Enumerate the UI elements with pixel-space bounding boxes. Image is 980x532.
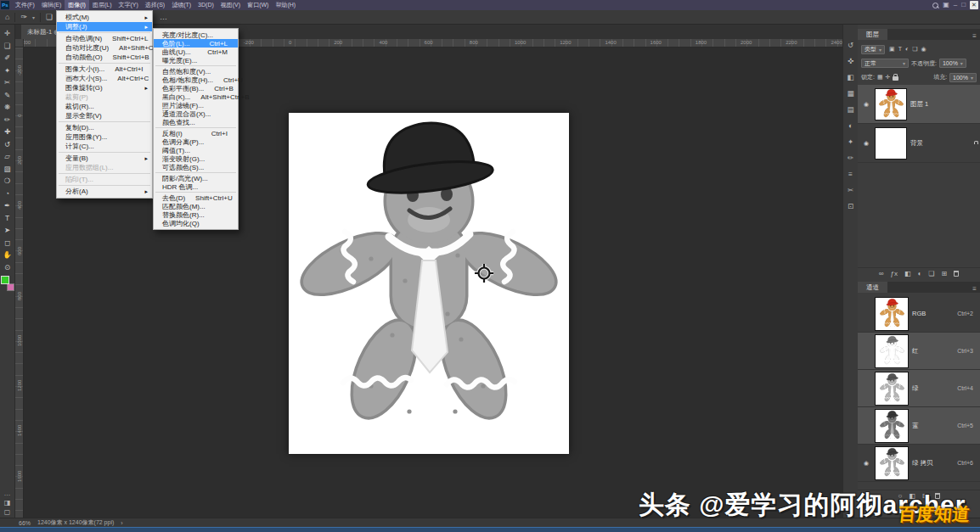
tool-button[interactable]: ✒ xyxy=(0,199,15,212)
panel-menu-icon[interactable]: ≡ xyxy=(972,32,980,40)
menu-item[interactable]: 模式(M) ▸ xyxy=(57,13,152,22)
submenu-item[interactable]: 色调均化(Q) xyxy=(154,219,238,227)
menu-bar-item[interactable]: 文字(Y) xyxy=(115,0,141,10)
layer-row[interactable]: ◉ 背景 xyxy=(858,124,980,163)
menu-bar-item[interactable]: 滤镜(T) xyxy=(168,0,194,10)
menu-item[interactable]: 图像旋转(G) ▸ xyxy=(57,83,152,92)
channel-name[interactable]: 绿 拷贝 xyxy=(912,459,933,468)
menu-item[interactable]: 图像大小(I)... Alt+Ctrl+I xyxy=(57,64,152,74)
menu-bar-item[interactable]: 选择(S) xyxy=(142,0,168,10)
collapsed-panel-icon[interactable]: ✜ xyxy=(843,53,859,69)
channel-name[interactable]: 蓝 xyxy=(912,422,919,430)
tool-button[interactable]: ✂ xyxy=(0,76,15,89)
fill-field[interactable]: 100%▾ xyxy=(949,73,977,82)
channel-eye-icon[interactable]: ◉ xyxy=(861,460,871,467)
opacity-field[interactable]: 100%▾ xyxy=(939,59,966,68)
search-icon[interactable] xyxy=(932,3,938,8)
menu-bar-item[interactable]: 编辑(E) xyxy=(38,0,65,10)
layers-bottom-icon[interactable]: ∞ xyxy=(879,270,884,277)
tool-button[interactable]: ➤ xyxy=(0,224,15,237)
eye-icon[interactable]: ◉ xyxy=(861,101,871,108)
blend-mode-dropdown[interactable]: 正常▾ xyxy=(861,59,909,68)
lock-all-icon[interactable] xyxy=(893,76,898,81)
tool-button[interactable]: ✛ xyxy=(0,27,15,40)
tool-button[interactable]: ✋ xyxy=(0,249,15,261)
layers-bottom-icon[interactable]: ƒx xyxy=(890,270,897,277)
current-tool-icon[interactable]: ✑ xyxy=(20,11,27,24)
menu-item[interactable]: 分析(A) ▸ xyxy=(57,187,152,196)
submenu-item[interactable]: 黑白(K)... Alt+Shift+Ctrl+B xyxy=(154,92,238,101)
toolbar-bottom-icon[interactable]: … xyxy=(4,490,11,497)
layers-bottom-icon[interactable]: ◐ xyxy=(918,270,922,277)
menu-item[interactable]: 裁切(R)... xyxy=(57,102,152,111)
menu-item[interactable]: 画布大小(S)... Alt+Ctrl+C xyxy=(57,74,152,83)
tool-button[interactable]: ✚ xyxy=(0,126,15,138)
layers-bottom-icon[interactable]: ⊞ xyxy=(942,270,948,277)
layer-thumbnail[interactable] xyxy=(875,88,907,120)
collapsed-panel-icon[interactable]: ✦ xyxy=(843,133,859,149)
layer-row[interactable]: ◉ 图层 1 xyxy=(858,85,980,124)
tool-button[interactable]: ✐ xyxy=(0,52,15,64)
tool-options-icon[interactable]: ❏ xyxy=(46,11,53,24)
menu-bar-item[interactable]: 3D(D) xyxy=(194,0,217,10)
menu-bar-item[interactable]: 图层(L) xyxy=(89,0,115,10)
tool-button[interactable]: ⊙ xyxy=(0,261,15,274)
submenu-item[interactable]: 色阶(L)... Ctrl+L xyxy=(154,39,238,48)
channel-row[interactable]: 蓝 Ctrl+5 xyxy=(858,407,980,445)
menu-bar-item[interactable]: 窗口(W) xyxy=(244,0,272,10)
menu-item[interactable]: 变量(B) ▸ xyxy=(57,154,152,163)
layer-thumbnail[interactable] xyxy=(875,127,907,160)
menu-bar-item[interactable]: 帮助(H) xyxy=(272,0,299,10)
channel-name[interactable]: 红 xyxy=(912,347,919,356)
layer-filter-icon[interactable]: ❏ xyxy=(912,46,917,53)
submenu-item[interactable]: 曲线(U)... Ctrl+M xyxy=(154,48,238,56)
collapsed-panel-icon[interactable]: ✂ xyxy=(843,182,859,198)
tool-button[interactable]: ▱ xyxy=(0,150,15,163)
collapsed-panel-icon[interactable]: ⊡ xyxy=(843,198,859,214)
submenu-item[interactable]: 可选颜色(S)... xyxy=(154,163,238,171)
collapsed-panel-icon[interactable]: ↺ xyxy=(843,36,859,53)
vertical-ruler[interactable]: -20002004006008001000120014001600 xyxy=(15,48,24,519)
layer-name[interactable]: 图层 1 xyxy=(910,100,928,109)
submenu-item[interactable]: 亮度/对比度(C)... xyxy=(154,31,238,39)
submenu-item[interactable]: 色相/饱和度(H)... Ctrl+U xyxy=(154,76,238,84)
channel-row[interactable]: RGB Ctrl+2 xyxy=(858,295,980,333)
layer-name[interactable]: 背景 xyxy=(910,139,923,148)
submenu-item[interactable]: 曝光度(E)... xyxy=(154,56,238,64)
menu-item[interactable]: 陷印(T)... xyxy=(57,175,152,184)
channel-row[interactable]: 红 Ctrl+3 xyxy=(858,333,980,370)
restore-icon[interactable]: □ xyxy=(961,1,966,9)
menu-item[interactable]: 自动颜色(O) Shift+Ctrl+B xyxy=(57,53,152,62)
submenu-item[interactable]: 替换颜色(R)... xyxy=(154,210,238,219)
tool-button[interactable]: ✦ xyxy=(0,64,15,77)
submenu-item[interactable]: 色调分离(P)... xyxy=(154,137,238,146)
channel-name[interactable]: 绿 xyxy=(912,384,919,393)
workspace-icon[interactable]: ▣ xyxy=(943,1,949,9)
tool-button[interactable]: ↺ xyxy=(0,138,15,151)
layer-filter-icon[interactable]: ◉ xyxy=(921,46,926,53)
collapsed-panel-icon[interactable]: ≡ xyxy=(843,165,859,182)
menu-item[interactable]: 应用图像(Y)... xyxy=(57,132,152,142)
layer-filter-icon[interactable]: ◐ xyxy=(905,46,909,53)
ruler-origin-box[interactable] xyxy=(15,39,24,48)
menu-item[interactable]: 自动色调(N) Shift+Ctrl+L xyxy=(57,34,152,43)
status-chevron-icon[interactable]: › xyxy=(121,520,122,526)
menu-item[interactable]: 复制(D)... xyxy=(57,123,152,132)
channel-thumbnail[interactable] xyxy=(875,409,909,443)
submenu-item[interactable]: 照片滤镜(F)... xyxy=(154,101,238,109)
close-icon[interactable]: ✕ xyxy=(970,1,978,9)
minimize-icon[interactable]: – xyxy=(954,1,957,9)
layers-bottom-icon[interactable]: ❏ xyxy=(928,270,934,277)
tool-options-icon[interactable]: … xyxy=(160,11,167,24)
delete-layer-icon[interactable] xyxy=(954,271,959,277)
tool-button[interactable]: ❋ xyxy=(0,101,15,114)
menu-item[interactable]: 自动对比度(U) Alt+Shift+Ctrl+L xyxy=(57,43,152,53)
toolbar-bottom-icon[interactable]: ▢ xyxy=(4,508,11,516)
menu-item[interactable]: 应用数据组(L)... xyxy=(57,163,152,172)
foreground-color-swatch[interactable] xyxy=(1,276,9,284)
layer-filter-icon[interactable]: T xyxy=(898,46,902,53)
tool-button[interactable]: ❍ xyxy=(0,175,15,188)
collapsed-panel-icon[interactable]: ✏ xyxy=(843,149,859,165)
zoom-level[interactable]: 66% xyxy=(19,520,31,526)
layers-bottom-icon[interactable]: ◧ xyxy=(904,270,911,277)
